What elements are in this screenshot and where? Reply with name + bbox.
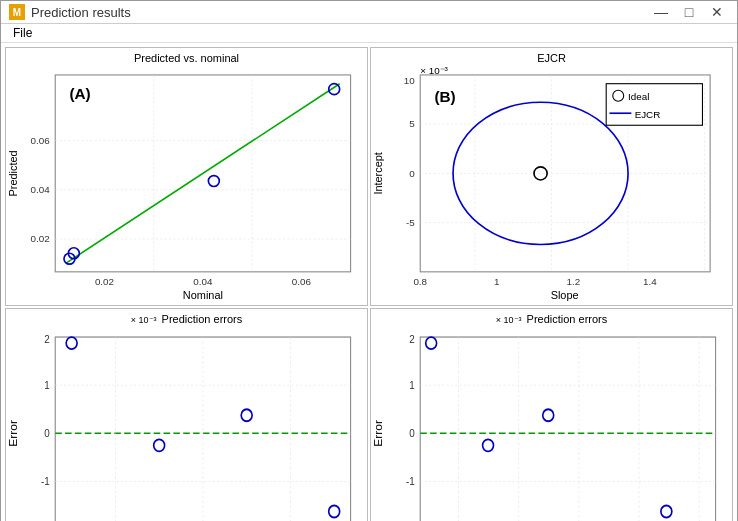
svg-text:1.4: 1.4 (643, 276, 657, 287)
svg-text:1: 1 (409, 379, 415, 391)
plot-errors-predicted: × 10⁻³ Prediction errors 2 1 0 -1 (370, 308, 733, 521)
svg-text:EJCR: EJCR (635, 109, 661, 120)
svg-text:0: 0 (44, 427, 50, 439)
svg-text:2: 2 (44, 333, 50, 345)
svg-text:0.06: 0.06 (292, 276, 312, 287)
plots-area: Predicted vs. nominal 0.02 0.04 0.06 0.0… (1, 43, 737, 521)
svg-text:0.04: 0.04 (193, 276, 213, 287)
window-controls: — □ ✕ (649, 1, 729, 23)
svg-text:10: 10 (404, 75, 415, 86)
plot-svg-bottom-right: 2 1 0 -1 0.02 0.03 0.04 0.05 0.06 (371, 325, 732, 521)
svg-text:1: 1 (44, 379, 50, 391)
svg-text:Error: Error (7, 419, 18, 446)
plot-svg-bottom-left: 2 1 0 -1 1 2 3 4 (6, 325, 367, 521)
svg-text:0: 0 (409, 427, 415, 439)
svg-text:Ideal: Ideal (628, 91, 649, 102)
plot-title-bottom-left: × 10⁻³ Prediction errors (131, 313, 243, 325)
plot-title-top-right: EJCR (537, 52, 566, 64)
svg-text:0.04: 0.04 (31, 184, 51, 195)
plot-errors-sample: × 10⁻³ Prediction errors 2 1 0 -1 (5, 308, 368, 521)
svg-text:0.06: 0.06 (31, 135, 51, 146)
svg-text:0.02: 0.02 (95, 276, 114, 287)
plot-title-bottom-right: × 10⁻³ Prediction errors (496, 313, 608, 325)
svg-text:Slope: Slope (551, 289, 579, 301)
title-bar: M Prediction results — □ ✕ (1, 1, 737, 24)
svg-text:× 10⁻³: × 10⁻³ (420, 65, 448, 76)
plot-title-top-left: Predicted vs. nominal (134, 52, 239, 64)
main-window: M Prediction results — □ ✕ File Predicte… (0, 0, 738, 521)
svg-text:0.02: 0.02 (31, 233, 50, 244)
svg-text:(A): (A) (69, 85, 90, 102)
svg-text:1: 1 (494, 276, 499, 287)
svg-text:-1: -1 (406, 475, 415, 487)
window-title: Prediction results (31, 5, 649, 20)
svg-text:Intercept: Intercept (372, 152, 384, 194)
svg-text:2: 2 (409, 333, 415, 345)
plot-predicted-vs-nominal: Predicted vs. nominal 0.02 0.04 0.06 0.0… (5, 47, 368, 306)
svg-text:-5: -5 (406, 217, 415, 228)
plot-svg-top-right: × 10⁻³ 10 5 0 -5 0.8 1 1.2 1.4 (371, 64, 732, 305)
svg-text:Error: Error (372, 419, 383, 446)
svg-text:(B): (B) (434, 88, 455, 105)
svg-text:-1: -1 (41, 475, 50, 487)
svg-text:1.2: 1.2 (567, 276, 581, 287)
svg-text:Nominal: Nominal (183, 289, 223, 301)
svg-text:0: 0 (409, 168, 415, 179)
maximize-button[interactable]: □ (677, 1, 701, 23)
svg-text:5: 5 (409, 118, 415, 129)
svg-text:0.8: 0.8 (413, 276, 427, 287)
close-button[interactable]: ✕ (705, 1, 729, 23)
app-icon: M (9, 4, 25, 20)
plot-svg-top-left: 0.02 0.04 0.06 0.02 0.04 0.06 Predicted (6, 64, 367, 305)
menu-bar: File (1, 24, 737, 43)
svg-text:Predicted: Predicted (7, 150, 19, 196)
plot-ejcr: EJCR × 10⁻³ 10 5 0 -5 (370, 47, 733, 306)
minimize-button[interactable]: — (649, 1, 673, 23)
file-menu[interactable]: File (5, 24, 40, 42)
svg-rect-69 (420, 337, 715, 521)
